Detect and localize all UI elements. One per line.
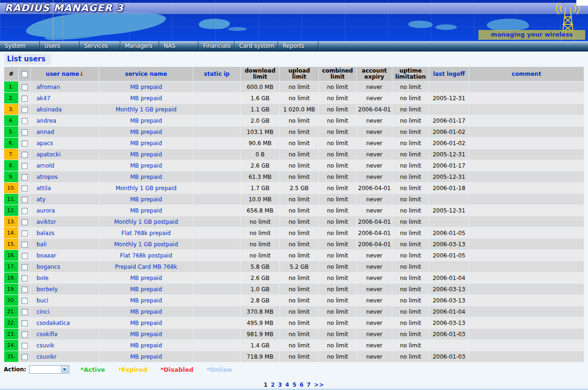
row-checkbox[interactable]: [22, 174, 28, 180]
user-name-link[interactable]: aksinada: [31, 104, 99, 115]
page-link-3[interactable]: 3: [278, 382, 282, 388]
service-name-cell: Monthly 1 GB prepaid: [99, 183, 193, 193]
user-name-link[interactable]: bali: [31, 239, 99, 250]
row-checkbox[interactable]: [22, 96, 28, 102]
user-name-link[interactable]: boaaar: [31, 250, 99, 261]
col-header-last-logoff[interactable]: last logoff: [429, 67, 469, 81]
row-checkbox[interactable]: [22, 197, 28, 203]
last-logoff-cell: [429, 194, 469, 205]
user-name-link[interactable]: bogancs: [31, 261, 99, 272]
nav-item-financials[interactable]: Financials: [198, 41, 235, 51]
page-link-7[interactable]: 7: [307, 382, 311, 388]
row-checkbox[interactable]: [22, 185, 28, 191]
combined-limit-cell: no limit: [319, 104, 356, 115]
nav-item-users[interactable]: Users: [40, 41, 80, 51]
row-checkbox[interactable]: [22, 208, 28, 214]
action-label: Action:: [4, 366, 26, 373]
row-checkbox[interactable]: [22, 242, 28, 248]
combined-limit-cell: no limit: [319, 317, 356, 328]
user-name-link[interactable]: csokifix: [31, 329, 99, 339]
user-name-link[interactable]: ak47: [31, 93, 99, 103]
page-link-6[interactable]: 6: [300, 382, 304, 388]
uptime-limitation-cell: no limit: [392, 250, 429, 261]
users-table: # user name↓ service name static ip down…: [4, 66, 584, 362]
user-name-link[interactable]: csuvikr: [31, 351, 99, 362]
last-logoff-cell: 2005-12-31: [429, 171, 469, 182]
user-name-link[interactable]: andrea: [31, 115, 99, 126]
service-name-cell: Flat 768k postpaid: [99, 250, 193, 261]
row-checkbox[interactable]: [22, 320, 28, 326]
user-name-link[interactable]: aty: [31, 194, 99, 205]
user-name-link[interactable]: afroman: [31, 81, 99, 92]
row-checkbox[interactable]: [22, 230, 28, 236]
table-row: 10.attilaMonthly 1 GB prepaid1.7 GB2.5 G…: [4, 183, 584, 193]
nav-item-reports[interactable]: Reports: [278, 41, 318, 51]
col-header-user-name[interactable]: user name↓: [31, 67, 99, 81]
row-checkbox[interactable]: [22, 152, 28, 158]
last-logoff-cell: 2006-01-04: [429, 306, 469, 317]
row-checkbox[interactable]: [22, 354, 28, 360]
upload-limit-cell: no limit: [280, 306, 318, 317]
comment-cell: [469, 317, 584, 328]
page-link-4[interactable]: 4: [285, 382, 289, 388]
row-checkbox[interactable]: [22, 298, 28, 304]
col-header-service-name[interactable]: service name: [99, 67, 193, 81]
row-checkbox[interactable]: [22, 219, 28, 225]
nav-item-system[interactable]: System: [0, 41, 40, 51]
table-row: 20.buciMB prepaid2.8 GBno limitno limitn…: [4, 295, 584, 306]
user-name-link[interactable]: aviktor: [31, 216, 99, 227]
col-header-uptime-limitation: uptime limitation: [392, 67, 429, 81]
row-checkbox[interactable]: [22, 309, 28, 315]
user-name-link[interactable]: arnold: [31, 160, 99, 171]
row-checkbox[interactable]: [22, 118, 28, 124]
nav-item-card-system[interactable]: Card system: [235, 41, 278, 51]
row-number-badge: 6.: [4, 138, 18, 148]
row-number-badge: 19.: [4, 284, 18, 294]
user-name-link[interactable]: csuvik: [31, 340, 99, 351]
user-name-link[interactable]: borbely: [31, 284, 99, 294]
row-checkbox[interactable]: [22, 163, 28, 169]
row-checkbox[interactable]: [22, 343, 28, 349]
user-name-link[interactable]: bole: [31, 272, 99, 283]
row-checkbox[interactable]: [22, 264, 28, 270]
nav-item-services[interactable]: Services: [80, 41, 120, 51]
chevron-down-icon[interactable]: [61, 366, 68, 373]
download-limit-cell: 495.9 MB: [241, 317, 279, 328]
user-name-link[interactable]: atropos: [31, 171, 99, 182]
comment-cell: [469, 93, 584, 103]
comment-cell: [469, 171, 584, 182]
row-select-cell: [19, 295, 30, 306]
select-all-checkbox[interactable]: [22, 71, 28, 77]
row-checkbox[interactable]: [22, 140, 28, 147]
nav-item-managers[interactable]: Managers: [120, 41, 159, 51]
last-logoff-cell: [429, 340, 469, 351]
user-name-link[interactable]: cinci: [31, 306, 99, 317]
col-header-comment[interactable]: comment: [469, 67, 584, 81]
user-name-link[interactable]: balazs: [31, 228, 99, 238]
page-next-link[interactable]: >>: [314, 382, 324, 388]
nav-item-nas[interactable]: NAS: [159, 41, 198, 51]
user-name-link[interactable]: attila: [31, 183, 99, 193]
row-checkbox[interactable]: [22, 129, 28, 135]
row-checkbox[interactable]: [22, 331, 28, 338]
user-name-link[interactable]: buci: [31, 295, 99, 306]
user-name-link[interactable]: apacs: [31, 138, 99, 148]
download-limit-cell: no limit: [241, 228, 279, 238]
row-checkbox[interactable]: [22, 287, 28, 293]
user-name-link[interactable]: csodakatica: [31, 317, 99, 328]
row-checkbox[interactable]: [22, 253, 28, 259]
service-name-cell: Monthly 1 GB postpaid: [99, 239, 193, 250]
upload-limit-cell: no limit: [280, 149, 318, 160]
col-header-static-ip[interactable]: static ip: [193, 67, 240, 81]
col-header-download-limit: download limit: [241, 67, 279, 81]
page-link-2[interactable]: 2: [271, 382, 275, 388]
user-name-link[interactable]: aurora: [31, 205, 99, 216]
row-checkbox[interactable]: [22, 84, 28, 90]
static-ip-cell: [193, 239, 240, 250]
page-link-5[interactable]: 5: [293, 382, 297, 388]
user-name-link[interactable]: apatocki: [31, 149, 99, 160]
row-checkbox[interactable]: [22, 107, 28, 113]
action-select[interactable]: [29, 365, 69, 374]
user-name-link[interactable]: annad: [31, 126, 99, 137]
row-checkbox[interactable]: [22, 275, 28, 281]
